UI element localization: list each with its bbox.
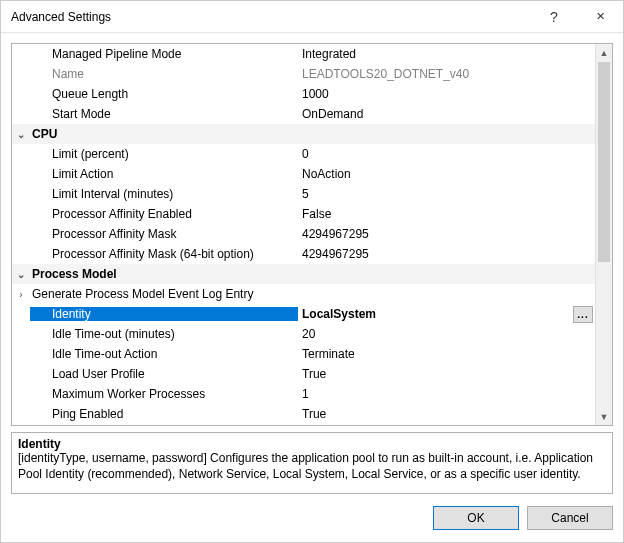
button-bar: OK Cancel <box>1 494 623 542</box>
vertical-scrollbar[interactable]: ▲ ▼ <box>595 44 612 425</box>
property-name: Load User Profile <box>30 367 298 381</box>
property-name: Generate Process Model Event Log Entry <box>30 287 298 301</box>
expander-icon[interactable]: ⌄ <box>12 129 30 140</box>
property-name: Limit (percent) <box>30 147 298 161</box>
window-title: Advanced Settings <box>11 10 531 24</box>
scroll-up-icon[interactable]: ▲ <box>596 44 612 61</box>
property-grid-container: Managed Pipeline ModeIntegratedNameLEADT… <box>11 43 613 426</box>
content-area: Managed Pipeline ModeIntegratedNameLEADT… <box>1 33 623 494</box>
property-value[interactable]: 0 <box>298 147 595 161</box>
category-row[interactable]: ⌄CPU <box>12 124 595 144</box>
property-value[interactable]: OnDemand <box>298 107 595 121</box>
description-text: [identityType, username, password] Confi… <box>18 451 606 482</box>
property-value[interactable]: 4294967295 <box>298 247 595 261</box>
property-name: Processor Affinity Mask (64-bit option) <box>30 247 298 261</box>
property-row[interactable]: Processor Affinity EnabledFalse <box>12 204 595 224</box>
close-button[interactable]: ✕ <box>577 1 623 32</box>
property-name: Name <box>30 67 298 81</box>
ok-button[interactable]: OK <box>433 506 519 530</box>
property-row[interactable]: Idle Time-out (minutes)20 <box>12 324 595 344</box>
property-row[interactable]: Limit (percent)0 <box>12 144 595 164</box>
property-value[interactable]: 4294967295 <box>298 227 595 241</box>
property-value[interactable]: True <box>298 407 595 421</box>
property-value[interactable]: Terminate <box>298 347 595 361</box>
property-row[interactable]: Start ModeOnDemand <box>12 104 595 124</box>
ellipsis-button[interactable]: ... <box>573 306 593 323</box>
property-value[interactable]: 1 <box>298 387 595 401</box>
property-value[interactable]: Integrated <box>298 47 595 61</box>
property-row[interactable]: NameLEADTOOLS20_DOTNET_v40 <box>12 64 595 84</box>
property-value[interactable]: NoAction <box>298 167 595 181</box>
property-row[interactable]: Idle Time-out ActionTerminate <box>12 344 595 364</box>
property-grid[interactable]: Managed Pipeline ModeIntegratedNameLEADT… <box>12 44 595 425</box>
property-name: Processor Affinity Mask <box>30 227 298 241</box>
property-row[interactable]: IdentityLocalSystem... <box>12 304 595 324</box>
titlebar-controls: ? ✕ <box>531 1 623 32</box>
property-name: Limit Interval (minutes) <box>30 187 298 201</box>
property-row[interactable]: Limit ActionNoAction <box>12 164 595 184</box>
property-name: Idle Time-out Action <box>30 347 298 361</box>
expander-icon[interactable]: › <box>12 289 30 300</box>
property-row[interactable]: Ping Maximum Response Time (seconds)90 <box>12 424 595 425</box>
property-name: Ping Enabled <box>30 407 298 421</box>
property-name: Idle Time-out (minutes) <box>30 327 298 341</box>
property-name: Maximum Worker Processes <box>30 387 298 401</box>
property-row[interactable]: ›Generate Process Model Event Log Entry <box>12 284 595 304</box>
cancel-button[interactable]: Cancel <box>527 506 613 530</box>
property-name: Limit Action <box>30 167 298 181</box>
property-value[interactable]: 1000 <box>298 87 595 101</box>
help-button[interactable]: ? <box>531 1 577 32</box>
property-row[interactable]: Queue Length1000 <box>12 84 595 104</box>
scroll-down-icon[interactable]: ▼ <box>596 408 612 425</box>
property-name: Start Mode <box>30 107 298 121</box>
property-name: CPU <box>30 127 298 141</box>
property-row[interactable]: Load User ProfileTrue <box>12 364 595 384</box>
property-name: Processor Affinity Enabled <box>30 207 298 221</box>
property-row[interactable]: Processor Affinity Mask4294967295 <box>12 224 595 244</box>
description-title: Identity <box>18 437 606 451</box>
property-name: Identity <box>30 307 298 321</box>
property-row[interactable]: Maximum Worker Processes1 <box>12 384 595 404</box>
property-value[interactable]: 5 <box>298 187 595 201</box>
property-name: Managed Pipeline Mode <box>30 47 298 61</box>
description-panel: Identity [identityType, username, passwo… <box>11 432 613 494</box>
property-name: Process Model <box>30 267 298 281</box>
property-value[interactable]: True <box>298 367 595 381</box>
property-row[interactable]: Limit Interval (minutes)5 <box>12 184 595 204</box>
scroll-thumb[interactable] <box>598 62 610 262</box>
property-value[interactable]: False <box>298 207 595 221</box>
property-name: Queue Length <box>30 87 298 101</box>
property-row[interactable]: Ping EnabledTrue <box>12 404 595 424</box>
property-value[interactable]: 20 <box>298 327 595 341</box>
titlebar: Advanced Settings ? ✕ <box>1 1 623 33</box>
property-value[interactable]: LEADTOOLS20_DOTNET_v40 <box>298 67 595 81</box>
category-row[interactable]: ⌄Process Model <box>12 264 595 284</box>
expander-icon[interactable]: ⌄ <box>12 269 30 280</box>
property-row[interactable]: Processor Affinity Mask (64-bit option)4… <box>12 244 595 264</box>
property-value[interactable]: LocalSystem... <box>298 306 595 323</box>
property-row[interactable]: Managed Pipeline ModeIntegrated <box>12 44 595 64</box>
